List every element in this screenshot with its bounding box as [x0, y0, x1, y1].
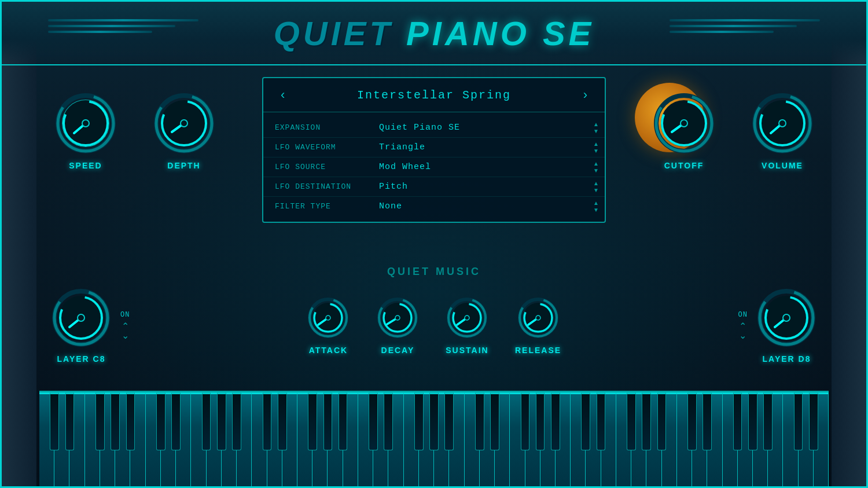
sustain-knob[interactable] [446, 296, 489, 340]
piano-key-black[interactable] [642, 392, 651, 450]
piano-key-black[interactable] [763, 392, 773, 450]
piano-key-black[interactable] [521, 392, 530, 450]
piano-key-black[interactable] [490, 392, 499, 450]
piano-key-black[interactable] [50, 392, 59, 450]
layer-c8-knob[interactable] [51, 288, 112, 348]
release-knob[interactable] [517, 296, 560, 340]
piano-key-black[interactable] [95, 392, 105, 450]
piano-key-black[interactable] [809, 392, 818, 450]
piano-key-black[interactable] [232, 392, 241, 450]
piano-key-black[interactable] [536, 392, 545, 450]
piano-black-keys-layer[interactable] [39, 392, 829, 450]
piano-key-black[interactable] [597, 392, 606, 450]
piano-key-black[interactable] [581, 392, 590, 450]
lfo-waveform-arrows[interactable]: ▲ ▼ [593, 141, 599, 154]
piano-key-black[interactable] [111, 392, 120, 450]
right-toggle-button[interactable]: ⌃⌄ [739, 322, 746, 340]
piano-key-black[interactable] [202, 392, 211, 450]
filter-type-up[interactable]: ▲ [593, 200, 599, 206]
lfo-waveform-value: Triangle [379, 142, 593, 152]
piano-key-black[interactable] [384, 392, 393, 450]
left-knobs-group: SPEED DEPTH [54, 91, 216, 170]
decay-container: DECAY [376, 296, 420, 355]
piano-key-black[interactable] [748, 392, 757, 450]
preset-row-lfo-dest: LFO DESTINATION Pitch ▲ ▼ [263, 177, 605, 197]
release-container: RELEASE [515, 296, 561, 355]
volume-knob[interactable] [751, 91, 814, 155]
bottom-controls: LAYER C8 ON ⌃⌄ [39, 272, 829, 379]
piano-key-black[interactable] [156, 392, 165, 450]
main-container: QUIET PIANO SE SPEED [0, 0, 868, 488]
lfo-waveform-down[interactable]: ▼ [593, 148, 599, 154]
lfo-waveform-label: LFO WAVEFORM [275, 143, 379, 152]
expansion-arrows[interactable]: ▲ ▼ [593, 122, 599, 134]
attack-knob[interactable] [307, 296, 350, 340]
piano-key-black[interactable] [126, 392, 135, 450]
piano-key-black[interactable] [263, 392, 272, 450]
header: QUIET PIANO SE [2, 2, 866, 65]
header-line-r3 [670, 31, 774, 33]
filter-type-down[interactable]: ▼ [593, 207, 599, 213]
svg-point-12 [181, 120, 187, 127]
piano-key-black[interactable] [551, 392, 560, 450]
lfo-source-up[interactable]: ▲ [593, 161, 599, 167]
piano-key-black[interactable] [65, 392, 75, 450]
adsr-group: ATTACK DECAY [307, 296, 561, 355]
quiet-music-label: QUIET MUSIC [387, 266, 481, 278]
preset-next-button[interactable]: › [578, 85, 593, 105]
svg-point-42 [395, 315, 400, 320]
title-piano-se: PIANO SE [406, 14, 594, 52]
header-line-2 [48, 25, 175, 27]
piano-key-black[interactable] [429, 392, 439, 450]
speed-knob[interactable] [54, 91, 117, 155]
layer-c8-label: LAYER C8 [57, 354, 106, 364]
cutoff-label: CUTOFF [664, 161, 704, 170]
depth-knob[interactable] [152, 91, 216, 155]
right-knobs-group: CUTOFF VOLUME [652, 91, 814, 170]
release-label: RELEASE [515, 346, 561, 355]
depth-knob-container: DEPTH [152, 91, 216, 170]
preset-row-filter-type: FILTER TYPE None ▲ ▼ [263, 197, 605, 216]
lfo-dest-value: Pitch [379, 182, 593, 192]
preset-name: Interstellar Spring [357, 89, 511, 102]
lfo-dest-up[interactable]: ▲ [593, 181, 599, 186]
left-toggle-button[interactable]: ⌃⌄ [122, 322, 129, 340]
header-lines-left [48, 19, 198, 33]
piano-key-black[interactable] [444, 392, 454, 450]
piano-key-black[interactable] [217, 392, 226, 450]
attack-label: ATTACK [309, 346, 348, 355]
piano-key-black[interactable] [414, 392, 424, 450]
expansion-down[interactable]: ▼ [593, 129, 599, 134]
piano-key-black[interactable] [703, 392, 712, 450]
cutoff-knob[interactable] [652, 91, 716, 155]
piano-key-black[interactable] [278, 392, 287, 450]
piano-key-black[interactable] [171, 392, 181, 450]
piano-key-black[interactable] [369, 392, 378, 450]
lfo-source-down[interactable]: ▼ [593, 168, 599, 174]
piano-key-black[interactable] [323, 392, 333, 450]
lfo-waveform-up[interactable]: ▲ [593, 141, 599, 147]
lfo-source-arrows[interactable]: ▲ ▼ [593, 161, 599, 174]
cutoff-knob-container: CUTOFF [652, 91, 716, 170]
piano-key-black[interactable] [733, 392, 742, 450]
piano-key-black[interactable] [627, 392, 636, 450]
piano-key-black[interactable] [687, 392, 697, 450]
lfo-dest-down[interactable]: ▼ [593, 188, 599, 193]
piano-key-black[interactable] [339, 392, 348, 450]
lfo-dest-arrows[interactable]: ▲ ▼ [593, 181, 599, 193]
expansion-up[interactable]: ▲ [593, 122, 599, 127]
layer-d8-label: LAYER D8 [763, 354, 811, 364]
right-toggle-on: ON [738, 311, 748, 319]
layer-c8-container: LAYER C8 [51, 288, 112, 364]
decay-knob[interactable] [376, 296, 420, 340]
layer-d8-knob[interactable] [756, 288, 817, 348]
preset-prev-button[interactable]: ‹ [275, 85, 290, 105]
piano-keyboard[interactable]: .piano-white-row { display: flex; width:… [39, 391, 829, 486]
layer-d8-group: ON ⌃⌄ LAYER D8 [738, 288, 817, 364]
piano-key-black[interactable] [657, 392, 667, 450]
lfo-dest-label: LFO DESTINATION [275, 182, 379, 191]
piano-key-black[interactable] [308, 392, 317, 450]
filter-type-arrows[interactable]: ▲ ▼ [593, 200, 599, 213]
piano-key-black[interactable] [794, 392, 803, 450]
piano-key-black[interactable] [475, 392, 484, 450]
